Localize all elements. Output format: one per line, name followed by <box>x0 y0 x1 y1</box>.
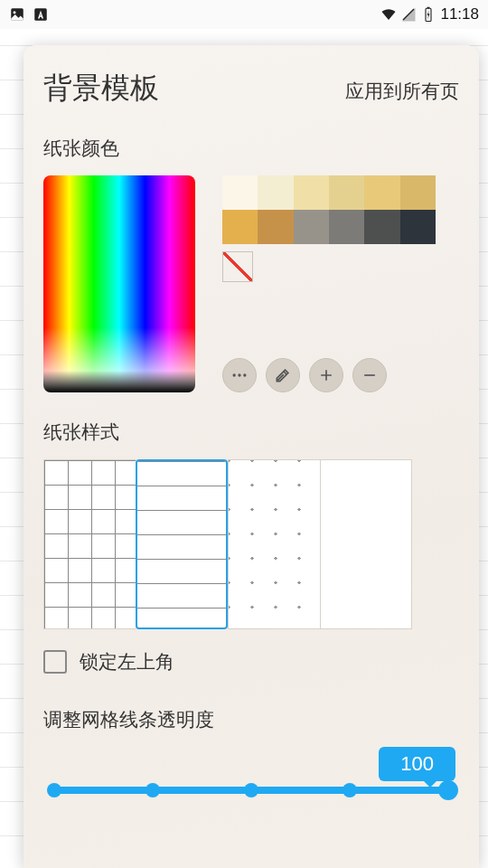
grid-opacity-slider[interactable]: 100 <box>43 747 459 819</box>
color-swatch[interactable] <box>329 210 364 244</box>
background-template-panel: 背景模板 应用到所有页 纸张颜色 <box>23 45 479 868</box>
color-swatch[interactable] <box>222 210 258 244</box>
svg-rect-4 <box>427 7 430 9</box>
color-swatch[interactable] <box>222 175 258 210</box>
svg-point-7 <box>243 373 246 376</box>
color-tool-buttons <box>222 358 459 392</box>
style-blank[interactable] <box>320 459 412 629</box>
paper-style-section: 纸张样式 锁定左上角 <box>43 420 459 675</box>
paper-color-section <box>43 175 459 392</box>
status-right: 11:18 <box>380 5 479 24</box>
color-swatch[interactable] <box>329 175 364 210</box>
more-button[interactable] <box>222 358 257 392</box>
color-swatch[interactable] <box>258 210 293 244</box>
svg-point-1 <box>14 11 16 14</box>
grid-opacity-label: 调整网格线条透明度 <box>43 707 459 732</box>
style-dots[interactable] <box>228 459 320 629</box>
status-left <box>9 6 49 23</box>
sim-icon <box>400 6 417 23</box>
status-bar: 11:18 <box>0 0 488 29</box>
svg-rect-2 <box>34 8 47 21</box>
swatch-column <box>222 175 459 392</box>
grid-opacity-section: 调整网格线条透明度 100 <box>43 707 459 819</box>
style-grid[interactable] <box>43 459 136 629</box>
eyedropper-button[interactable] <box>266 358 300 392</box>
svg-point-6 <box>238 373 240 376</box>
paper-style-options <box>43 459 459 629</box>
apply-to-all-button[interactable]: 应用到所有页 <box>345 79 459 104</box>
color-swatch[interactable] <box>294 175 329 210</box>
lock-corner-label: 锁定左上角 <box>80 649 174 675</box>
color-swatch[interactable] <box>400 210 436 244</box>
lock-corner-row[interactable]: 锁定左上角 <box>43 649 459 675</box>
remove-color-button[interactable] <box>352 358 387 392</box>
slider-value-bubble: 100 <box>379 747 455 781</box>
paper-color-label: 纸张颜色 <box>43 136 459 161</box>
wifi-icon <box>380 6 397 23</box>
add-color-button[interactable] <box>309 358 343 392</box>
panel-header: 背景模板 应用到所有页 <box>43 69 459 108</box>
color-swatch[interactable] <box>258 175 293 210</box>
battery-icon <box>420 6 436 23</box>
color-swatches <box>222 175 436 244</box>
font-icon <box>33 6 49 23</box>
panel-scroll-area[interactable]: 纸张颜色 <box>43 136 459 868</box>
paper-style-label: 纸张样式 <box>43 420 459 445</box>
color-swatch[interactable] <box>364 175 399 210</box>
color-spectrum-picker[interactable] <box>43 175 195 392</box>
color-swatch[interactable] <box>294 210 329 244</box>
color-swatch[interactable] <box>364 210 399 244</box>
svg-point-5 <box>233 373 236 376</box>
style-ruled[interactable] <box>136 459 228 629</box>
slider-thumb[interactable] <box>438 780 458 800</box>
no-color-swatch[interactable] <box>222 251 253 282</box>
lock-corner-checkbox[interactable] <box>43 650 67 674</box>
color-swatch[interactable] <box>400 175 436 210</box>
slider-track[interactable] <box>54 787 448 794</box>
image-icon <box>9 6 25 23</box>
panel-title: 背景模板 <box>43 69 159 108</box>
status-time: 11:18 <box>440 5 479 24</box>
